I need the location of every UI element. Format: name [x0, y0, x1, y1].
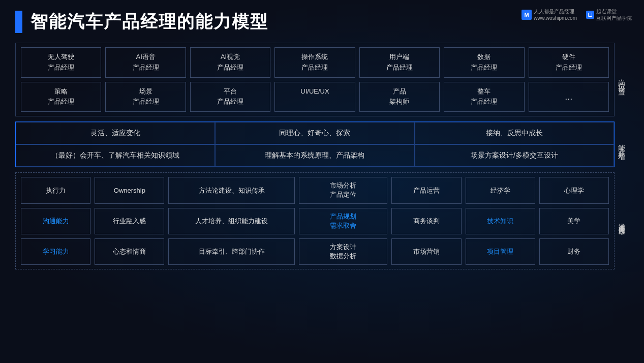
- content-col: 无人驾驶产品经理 AI语音产品经理 AI视觉产品经理 操作系统产品经理 用户端产…: [15, 43, 629, 269]
- ability-design: 场景方案设计/多模交互设计: [415, 144, 614, 167]
- general-box: 执行力 Ownership 方法论建设、知识传承 市场分析产品定位 产品运营 经…: [15, 172, 615, 269]
- positions-section: 无人驾驶产品经理 AI语音产品经理 AI视觉产品经理 操作系统产品经理 用户端产…: [15, 43, 629, 116]
- positions-row-2: 策略产品经理 场景产品经理 平台产品经理 UI/UE/UX 产品架构师 整车产品…: [21, 82, 609, 112]
- general-row-1: 执行力 Ownership 方法论建设、知识传承 市场分析产品定位 产品运营 经…: [21, 177, 609, 203]
- gen-business: 商务谈判: [391, 208, 461, 234]
- general-row-2: 沟通能力 行业融入感 人才培养、组织能力建设 产品规划需求取舍 商务谈判 技术知…: [21, 208, 609, 234]
- gen-communication: 沟通能力: [21, 208, 90, 234]
- general-grid: 执行力 Ownership 方法论建设、知识传承 市场分析产品定位 产品运营 经…: [21, 177, 609, 265]
- pos-hardware: 硬件产品经理: [529, 47, 609, 78]
- label-abilities: 能力新增: [615, 122, 629, 167]
- positions-grid: 无人驾驶产品经理 AI语音产品经理 AI视觉产品经理 操作系统产品经理 用户端产…: [21, 47, 609, 112]
- positions-row-1: 无人驾驶产品经理 AI语音产品经理 AI视觉产品经理 操作系统产品经理 用户端产…: [21, 47, 609, 78]
- logos-area: M 人人都是产品经理 www.woshipm.com 起点课堂 互联网产品学院: [522, 8, 632, 21]
- wpm-icon: M: [522, 10, 532, 20]
- pos-car: 整车产品经理: [444, 82, 524, 112]
- gen-solution: 方案设计数据分析: [299, 238, 387, 265]
- pos-data: 数据产品经理: [444, 47, 524, 78]
- abilities-grid: 灵活、适应变化 同理心、好奇心、探索 接纳、反思中成长 （最好）会开车、了解汽车…: [15, 122, 615, 167]
- page-title: 智能汽车产品经理的能力模型: [30, 10, 268, 34]
- gen-target: 目标牵引、跨部门协作: [168, 238, 294, 265]
- pos-os: 操作系统产品经理: [274, 47, 355, 78]
- gen-methodology: 方法论建设、知识传承: [168, 177, 294, 203]
- gen-project: 项目管理: [466, 238, 535, 265]
- label-general: 通用能力迁移: [615, 172, 629, 269]
- gen-finance: 财务: [539, 238, 609, 265]
- gen-learning: 学习能力: [21, 238, 90, 265]
- pos-strategy: 策略产品经理: [21, 82, 101, 112]
- gen-marketing: 市场营销: [391, 238, 461, 265]
- gen-economics: 经济学: [466, 177, 535, 203]
- gen-talent: 人才培养、组织能力建设: [168, 208, 294, 234]
- ability-flexible: 灵活、适应变化: [16, 122, 215, 144]
- wpm-text: 人人都是产品经理 www.woshipm.com: [534, 8, 577, 21]
- pos-wuren: 无人驾驶产品经理: [21, 47, 101, 78]
- gen-market-analysis: 市场分析产品定位: [299, 177, 387, 203]
- pos-platform: 平台产品经理: [190, 82, 270, 112]
- abilities-section: 灵活、适应变化 同理心、好奇心、探索 接纳、反思中成长 （最好）会开车、了解汽车…: [15, 122, 629, 167]
- abilities-box: 灵活、适应变化 同理心、好奇心、探索 接纳、反思中成长 （最好）会开车、了解汽车…: [15, 122, 615, 167]
- gen-aesthetics: 美学: [539, 208, 609, 234]
- general-row-3: 学习能力 心态和情商 目标牵引、跨部门协作 方案设计数据分析 市场营销 项目管理…: [21, 238, 609, 265]
- gen-mindset: 心态和情商: [95, 238, 164, 265]
- label-positions: 岗位设置: [615, 43, 629, 116]
- pos-arch: 产品架构师: [359, 82, 440, 112]
- pos-scene: 场景产品经理: [105, 82, 186, 112]
- gen-execution: 执行力: [21, 177, 90, 203]
- pos-ai-vision: AI视觉产品经理: [190, 47, 270, 78]
- gen-psychology: 心理学: [539, 177, 609, 203]
- general-section: 执行力 Ownership 方法论建设、知识传承 市场分析产品定位 产品运营 经…: [15, 172, 629, 269]
- pos-ai-voice: AI语音产品经理: [105, 47, 186, 78]
- qdkt-text: 起点课堂 互联网产品学院: [596, 8, 632, 21]
- pos-user: 用户端产品经理: [359, 47, 440, 78]
- ability-accept: 接纳、反思中成长: [415, 122, 614, 144]
- ability-system: 理解基本的系统原理、产品架构: [215, 144, 414, 167]
- ability-drive: （最好）会开车、了解汽车相关知识领域: [16, 144, 215, 167]
- pos-ui: UI/UE/UX: [274, 82, 355, 112]
- header-accent: [15, 11, 22, 33]
- qdkt-icon: [586, 11, 594, 19]
- main-content: 无人驾驶产品经理 AI语音产品经理 AI视觉产品经理 操作系统产品经理 用户端产…: [15, 43, 629, 269]
- gen-product-planning: 产品规划需求取舍: [299, 208, 387, 234]
- gen-product-ops: 产品运营: [391, 177, 461, 203]
- gen-ownership: Ownership: [95, 177, 164, 203]
- page-container: M 人人都是产品经理 www.woshipm.com 起点课堂 互联网产品学院 …: [0, 0, 644, 363]
- gen-tech: 技术知识: [466, 208, 535, 234]
- gen-industry: 行业融入感: [95, 208, 164, 234]
- ability-empathy: 同理心、好奇心、探索: [215, 122, 414, 144]
- positions-box: 无人驾驶产品经理 AI语音产品经理 AI视觉产品经理 操作系统产品经理 用户端产…: [15, 43, 615, 116]
- pos-dots: ...: [529, 82, 609, 112]
